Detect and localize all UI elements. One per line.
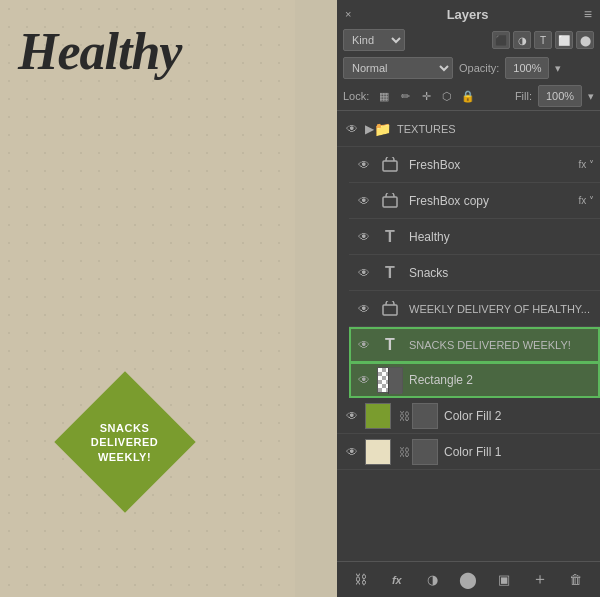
fill-arrow[interactable]: ▾: [588, 90, 594, 103]
layer-thumb-freshbox: [377, 152, 403, 178]
layer-name-rectangle2: Rectangle 2: [409, 373, 594, 387]
panel-menu-icon[interactable]: ≡: [584, 6, 592, 22]
lock-icons: ▦ ✏ ✛ ⬡ 🔒: [375, 87, 477, 105]
panel-toolbar: ⛓ fx ◑ ⬤ ▣ ＋ 🗑: [337, 561, 600, 597]
opacity-label: Opacity:: [459, 62, 499, 74]
layer-thumb-colorfill2: [365, 403, 391, 429]
filter-row: Kind ⬛ ◑ T ⬜ ⬤: [337, 26, 600, 54]
pixel-filter-icon[interactable]: ⬛: [492, 31, 510, 49]
layer-thumb-rectangle2: [377, 367, 403, 393]
diamond-shape: SNACKS DELIVERED WEEKLY!: [54, 371, 195, 512]
lock-row: Lock: ▦ ✏ ✛ ⬡ 🔒 Fill: ▾: [337, 82, 600, 111]
kind-select[interactable]: Kind: [343, 29, 405, 51]
layer-snacks[interactable]: 👁 T Snacks: [349, 255, 600, 291]
layer-freshbox[interactable]: 👁 FreshBox fx ˅: [349, 147, 600, 183]
layer-thumb-snacks-delivered: T: [377, 332, 403, 358]
link-icon-colorfill1: ⛓: [399, 446, 410, 458]
shape-filter-icon[interactable]: ⬜: [555, 31, 573, 49]
eye-icon-weekly-delivery[interactable]: 👁: [355, 300, 373, 318]
eye-icon-colorfill2[interactable]: 👁: [343, 407, 361, 425]
layer-thumb-healthy: T: [377, 224, 403, 250]
opacity-arrow[interactable]: ▾: [555, 62, 561, 75]
adjust-filter-icon[interactable]: ◑: [513, 31, 531, 49]
new-group-button[interactable]: ▣: [493, 569, 515, 591]
layer-thumb-textures: ▶ 📁: [365, 116, 391, 142]
layer-colorfill2[interactable]: 👁 ⛓ Color Fill 2: [337, 398, 600, 434]
mask-thumb-colorfill1: [412, 439, 438, 465]
layer-freshbox-copy[interactable]: 👁 FreshBox copy fx ˅: [349, 183, 600, 219]
layers-panel: × Layers ≡ Kind ⬛ ◑ T ⬜ ⬤ Normal Dissolv…: [337, 0, 600, 597]
layer-colorfill1[interactable]: 👁 ⛓ Color Fill 1: [337, 434, 600, 470]
layer-name-freshbox: FreshBox: [409, 158, 574, 172]
layer-name-weekly-delivery: WEEKLY DELIVERY OF HEALTHY...: [409, 303, 594, 315]
layer-name-textures: TEXTURES: [397, 123, 594, 135]
layer-thumb-colorfill1: [365, 439, 391, 465]
diamond-badge: SNACKS DELIVERED WEEKLY!: [60, 377, 190, 507]
lock-label: Lock:: [343, 90, 369, 102]
healthy-text: Healthy: [18, 22, 181, 81]
add-adjustment-button[interactable]: ⬤: [457, 569, 479, 591]
close-icon[interactable]: ×: [345, 8, 351, 20]
eye-icon-snacks[interactable]: 👁: [355, 264, 373, 282]
type-filter-icon[interactable]: T: [534, 31, 552, 49]
layer-name-colorfill1: Color Fill 1: [444, 445, 594, 459]
lock-artboard-icon[interactable]: ⬡: [438, 87, 456, 105]
link-icon-colorfill2: ⛓: [399, 410, 410, 422]
eye-icon-colorfill1[interactable]: 👁: [343, 443, 361, 461]
eye-icon-freshbox-copy[interactable]: 👁: [355, 192, 373, 210]
filter-icons: ⬛ ◑ T ⬜ ⬤: [409, 31, 594, 49]
svg-rect-2: [383, 305, 397, 315]
smart-filter-icon[interactable]: ⬤: [576, 31, 594, 49]
layer-fx-freshbox-copy[interactable]: fx ˅: [578, 195, 594, 206]
fill-input[interactable]: [538, 85, 582, 107]
lock-image-icon[interactable]: ✏: [396, 87, 414, 105]
lock-position-icon[interactable]: ✛: [417, 87, 435, 105]
svg-rect-0: [383, 161, 397, 171]
mask-thumb-colorfill2: [412, 403, 438, 429]
layers-list: 👁 ▶ 📁 TEXTURES 👁 FreshBox fx ˅ 👁 FreshBo…: [337, 111, 600, 561]
layer-name-colorfill2: Color Fill 2: [444, 409, 594, 423]
layer-thumb-snacks: T: [377, 260, 403, 286]
fill-label: Fill:: [515, 90, 532, 102]
layer-weekly-delivery[interactable]: 👁 WEEKLY DELIVERY OF HEALTHY...: [349, 291, 600, 327]
eye-icon-snacks-delivered[interactable]: 👁: [355, 336, 373, 354]
layer-rectangle2[interactable]: 👁 Rectangle 2: [349, 362, 600, 398]
lock-pixels-icon[interactable]: ▦: [375, 87, 393, 105]
layer-thumb-weekly-delivery: [377, 296, 403, 322]
link-layers-button[interactable]: ⛓: [350, 569, 372, 591]
panel-header: × Layers ≡: [337, 0, 600, 26]
blend-row: Normal Dissolve Multiply Screen Overlay …: [337, 54, 600, 82]
add-mask-button[interactable]: ◑: [422, 569, 444, 591]
blend-mode-select[interactable]: Normal Dissolve Multiply Screen Overlay: [343, 57, 453, 79]
layer-name-snacks: Snacks: [409, 266, 594, 280]
svg-rect-1: [383, 197, 397, 207]
panel-title: Layers: [447, 7, 489, 22]
eye-icon-rectangle2[interactable]: 👁: [355, 371, 373, 389]
layer-fx-freshbox[interactable]: fx ˅: [578, 159, 594, 170]
opacity-input[interactable]: [505, 57, 549, 79]
eye-icon-freshbox[interactable]: 👁: [355, 156, 373, 174]
eye-icon-healthy[interactable]: 👁: [355, 228, 373, 246]
layer-snacks-delivered[interactable]: 👁 T SNACKS DELIVERED WEEKLY!: [349, 327, 600, 363]
eye-icon-textures[interactable]: 👁: [343, 120, 361, 138]
layer-name-healthy: Healthy: [409, 230, 594, 244]
canvas-area: Healthy SNACKS DELIVERED WEEKLY!: [0, 0, 295, 597]
fx-button[interactable]: fx: [386, 569, 408, 591]
layer-textures[interactable]: 👁 ▶ 📁 TEXTURES: [337, 111, 600, 147]
diamond-text: SNACKS DELIVERED WEEKLY!: [91, 421, 158, 464]
layer-healthy[interactable]: 👁 T Healthy: [349, 219, 600, 255]
layer-thumb-freshbox-copy: [377, 188, 403, 214]
layer-name-snacks-delivered: SNACKS DELIVERED WEEKLY!: [409, 339, 594, 351]
layer-name-freshbox-copy: FreshBox copy: [409, 194, 574, 208]
lock-all-icon[interactable]: 🔒: [459, 87, 477, 105]
delete-layer-button[interactable]: 🗑: [565, 569, 587, 591]
new-layer-button[interactable]: ＋: [529, 569, 551, 591]
